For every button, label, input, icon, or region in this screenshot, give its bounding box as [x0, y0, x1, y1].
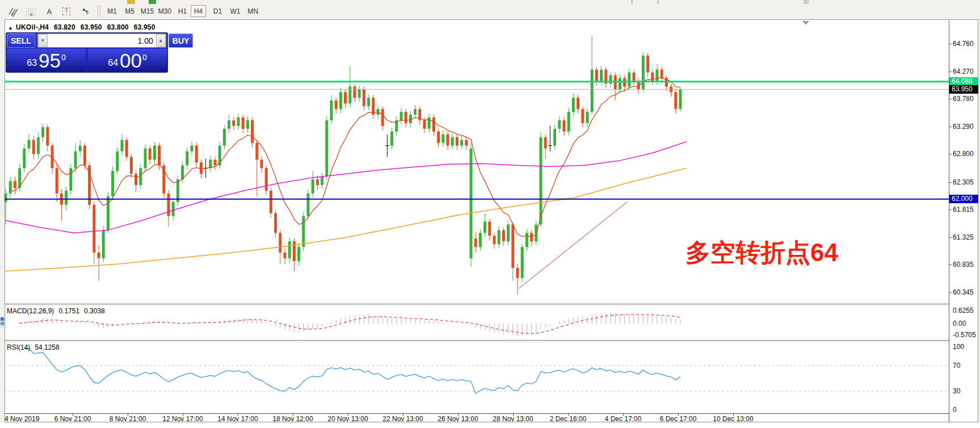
buy-price-big: 00 [120, 51, 142, 70]
cutoff-separator [631, 0, 633, 4]
price-axis-tick [949, 44, 952, 44]
chart-annotation-text: 多空转折点64 [685, 236, 838, 270]
chart-shift-marker-icon[interactable] [802, 21, 809, 25]
grid-tool-button[interactable]: F [23, 5, 40, 18]
draw-lines-icon [8, 7, 18, 16]
time-axis-label: 10 Dec 13:00 [713, 415, 753, 423]
chevron-up-icon: ▲ [158, 38, 163, 43]
macd-axis-label: 0.00 [953, 320, 966, 328]
rsi-panel-canvas[interactable] [5, 342, 949, 413]
macd-label: MACD(12,26,9) [7, 307, 54, 315]
price-axis-label: 62.305 [953, 178, 974, 186]
sell-button[interactable]: SELL [7, 33, 35, 48]
price-axis-label: 64.760 [953, 40, 974, 48]
toolbar-grip[interactable] [98, 6, 100, 17]
price-axis-label: 64.270 [953, 68, 974, 75]
buy-button[interactable]: BUY [169, 33, 194, 48]
macd-signal-value: 0.3038 [84, 307, 105, 315]
timeframe-button-m30[interactable]: M30 [155, 5, 174, 17]
label-tool-icon: T [62, 7, 70, 15]
rsi-value: 54.1258 [35, 343, 59, 351]
price-axis-tick [949, 99, 952, 99]
time-axis-tick [678, 414, 679, 416]
price-axis-label: 61.815 [953, 205, 974, 213]
time-axis-tick [458, 414, 459, 416]
timeframe-button-mn[interactable]: MN [243, 5, 262, 17]
price-axis-label: 60.835 [953, 261, 974, 268]
toolbar: E F A T ▼ M1M5M15M30H1H4D1W1MN [0, 4, 980, 20]
rsi-label-row: RSI(14)54.1258 [7, 343, 64, 351]
timeframe-button-d1[interactable]: D1 [208, 5, 227, 17]
timeframe-button-m1[interactable]: M1 [103, 5, 121, 17]
time-axis-label: 6 Nov 21:00 [54, 415, 91, 423]
price-axis-label: 61.325 [953, 233, 974, 241]
time-axis-label: 22 Nov 13:00 [382, 415, 423, 423]
time-axis-label: 26 Nov 13:00 [438, 415, 478, 423]
price-axis-tick [949, 292, 952, 293]
sell-price-big: 95 [39, 51, 61, 70]
timeframe-button-m15[interactable]: M15 [138, 5, 157, 17]
price-axis-label: 60.345 [953, 288, 974, 296]
time-axis-tick [348, 414, 348, 416]
time-axis-tick [73, 414, 73, 416]
time-axis-tick [568, 414, 569, 416]
time-axis-tick [293, 414, 293, 416]
cutoff-icon-yellow [127, 0, 135, 4]
draw-lines-tool-button[interactable]: E [5, 5, 22, 18]
rsi-axis-label: 0 [953, 406, 957, 414]
sell-price-small: 63 [27, 58, 37, 68]
arrow-objects-button[interactable]: ▼ [76, 5, 95, 18]
time-axis-label: 4 Dec 17:00 [605, 415, 642, 423]
time-axis-label: 6 Dec 17:00 [660, 415, 697, 423]
price-line-label: 63.950 [949, 85, 978, 94]
grid-icon [26, 7, 36, 16]
cutoff-icon-green [149, 0, 156, 4]
price-axis-tick [949, 182, 952, 183]
time-axis-label: 14 Nov 17:00 [217, 415, 258, 423]
time-axis-label: 4 Nov 2019 [5, 415, 39, 423]
rsi-axis-label: 30 [953, 387, 960, 395]
time-axis-tick [238, 414, 238, 416]
macd-panel-canvas[interactable] [5, 306, 949, 340]
price-axis-tick [949, 209, 952, 210]
label-tool-button[interactable]: T [58, 5, 75, 18]
time-axis-tick [183, 414, 183, 416]
docked-window-icon[interactable] [0, 317, 5, 328]
price-axis-tick [949, 154, 952, 154]
rsi-axis-label: 70 [953, 362, 960, 370]
price-axis-label: 62.800 [953, 150, 974, 158]
time-axis-line [5, 413, 949, 414]
timeframe-button-h4[interactable]: H4 [191, 5, 206, 17]
macd-axis-label: 0.6255 [953, 307, 974, 314]
time-axis-tick [733, 414, 734, 416]
text-tool-button[interactable]: A [42, 5, 57, 18]
arrow-objects-icon [82, 7, 90, 15]
buy-price-sup: 0 [142, 53, 147, 62]
volume-stepper: ▼ ▲ [37, 33, 166, 48]
buy-price-display[interactable]: 64000 [88, 49, 167, 72]
time-axis-tick [403, 414, 403, 416]
buy-price-small: 64 [108, 58, 118, 68]
timeframe-button-h1[interactable]: H1 [173, 5, 192, 17]
timeframe-button-w1[interactable]: W1 [226, 5, 245, 17]
price-axis-tick [949, 127, 952, 127]
volume-decrease-button[interactable]: ▼ [38, 34, 48, 47]
chevron-down-icon: ▼ [40, 38, 45, 43]
timeframe-button-m5[interactable]: M5 [120, 5, 139, 17]
time-axis-label: 8 Nov 21:00 [110, 415, 146, 423]
price-line-label: 62.000 [949, 195, 978, 203]
volume-input[interactable] [48, 34, 156, 47]
sell-price-display[interactable]: 63950 [7, 49, 86, 72]
time-axis-label: 12 Nov 17:00 [162, 415, 203, 423]
time-axis-tick [623, 414, 624, 416]
price-axis-tick [949, 265, 952, 265]
volume-increase-button[interactable]: ▲ [156, 34, 166, 47]
macd-label-row: MACD(12,26,9)0.17510.3038 [7, 307, 110, 315]
sell-price-sup: 0 [61, 53, 66, 62]
rsi-axis-label: 100 [953, 343, 964, 351]
time-axis-label: 18 Nov 12:00 [272, 415, 313, 423]
price-axis-label: 63.290 [953, 123, 974, 131]
macd-main-value: 0.1751 [58, 307, 79, 315]
top-cutoff-strip [0, 0, 980, 4]
one-click-trade-panel: SELL ▼ ▲ BUY 63950 64000 [6, 32, 168, 73]
